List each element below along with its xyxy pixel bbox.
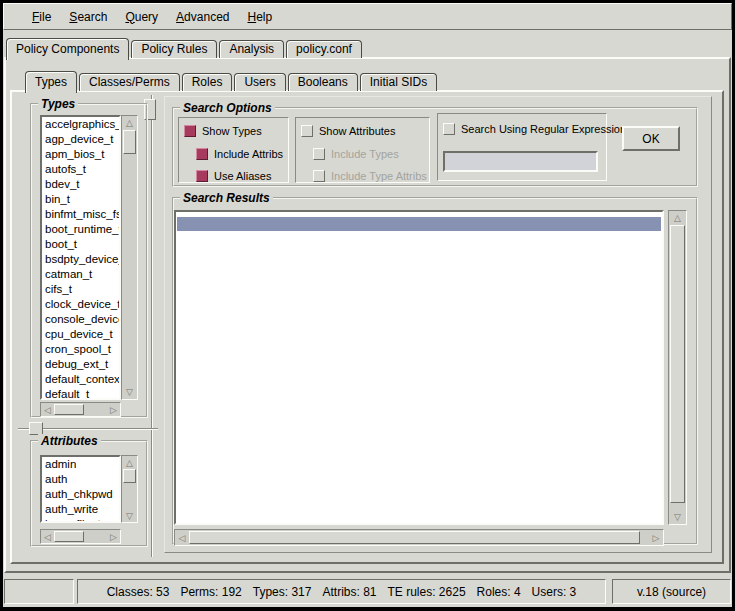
type-list-item[interactable]: default_t bbox=[42, 387, 119, 400]
attributes-hscrollbar[interactable]: ◁ ▷ bbox=[40, 529, 121, 544]
stat-te-rules: TE rules: 2625 bbox=[388, 585, 466, 599]
tab-policy-rules[interactable]: Policy Rules bbox=[131, 40, 217, 58]
checkbox-indicator bbox=[301, 125, 313, 137]
type-list-item[interactable]: cron_spool_t bbox=[42, 342, 119, 357]
stat-types: Types: 317 bbox=[253, 585, 312, 599]
checkbox-label: Use Aliases bbox=[214, 170, 271, 182]
menu-file[interactable]: File bbox=[23, 8, 60, 26]
types-hscrollbar[interactable]: ◁ ▷ bbox=[40, 402, 121, 417]
tab-analysis[interactable]: Analysis bbox=[219, 40, 284, 58]
scroll-thumb[interactable] bbox=[54, 531, 84, 542]
type-list-item[interactable]: boot_t bbox=[42, 237, 119, 252]
scroll-down-icon[interactable]: ▽ bbox=[669, 510, 686, 524]
tab-policy-conf[interactable]: policy.conf bbox=[286, 40, 362, 58]
vertical-pane-divider bbox=[151, 95, 153, 557]
include-attribs-checkbox[interactable]: Include Attribs bbox=[196, 147, 283, 161]
menu-advanced[interactable]: Advanced bbox=[167, 8, 238, 26]
scroll-trough[interactable] bbox=[84, 403, 107, 416]
scroll-up-icon[interactable]: △ bbox=[122, 456, 137, 469]
stat-attribs: Attribs: 81 bbox=[322, 585, 376, 599]
attribute-list-item[interactable]: auth_write bbox=[42, 502, 119, 517]
menu-bar: File Search Query Advanced Help bbox=[3, 3, 732, 30]
type-list-item[interactable]: autofs_t bbox=[42, 162, 119, 177]
regex-checkbox[interactable]: Search Using Regular Expression bbox=[443, 122, 626, 136]
status-left-panel bbox=[4, 579, 74, 604]
stat-roles: Roles: 4 bbox=[477, 585, 521, 599]
type-list-item[interactable]: debug_ext_t bbox=[42, 357, 119, 372]
attribute-list-item[interactable]: auth bbox=[42, 472, 119, 487]
tab-initial-sids[interactable]: Initial SIDs bbox=[360, 73, 437, 91]
scroll-thumb[interactable] bbox=[123, 130, 136, 154]
checkbox-label: Show Attributes bbox=[319, 125, 395, 137]
show-types-checkbox[interactable]: Show Types bbox=[184, 124, 262, 138]
type-list-item[interactable]: bsdpty_device_ bbox=[42, 252, 119, 267]
checkbox-label: Include Types bbox=[331, 148, 399, 160]
tab-policy-components[interactable]: Policy Components bbox=[6, 38, 129, 60]
scroll-right-icon[interactable]: ▷ bbox=[107, 530, 120, 543]
checkbox-indicator bbox=[196, 170, 208, 182]
attributes-vscrollbar[interactable]: △ ▽ bbox=[121, 455, 138, 523]
menu-query[interactable]: Query bbox=[116, 8, 167, 26]
ok-button[interactable]: OK bbox=[622, 126, 680, 151]
type-list-item[interactable]: clock_device_t bbox=[42, 297, 119, 312]
scroll-right-icon[interactable]: ▷ bbox=[649, 530, 663, 545]
scroll-thumb[interactable] bbox=[54, 404, 84, 415]
scroll-trough[interactable] bbox=[84, 530, 107, 543]
scroll-trough[interactable] bbox=[122, 483, 137, 509]
tab-roles[interactable]: Roles bbox=[182, 73, 233, 91]
attribute-list-item[interactable]: base_file_type bbox=[42, 517, 119, 523]
type-list-item[interactable]: binfmt_misc_fs bbox=[42, 207, 119, 222]
types-panel-title: Types bbox=[38, 97, 78, 111]
include-types-checkbox: Include Types bbox=[313, 147, 399, 161]
scroll-down-icon[interactable]: ▽ bbox=[122, 509, 137, 522]
results-hscrollbar[interactable]: ◁ ▷ bbox=[174, 529, 664, 546]
scroll-trough[interactable] bbox=[122, 154, 137, 385]
type-list-item[interactable]: bin_t bbox=[42, 192, 119, 207]
type-list-item[interactable]: cifs_t bbox=[42, 282, 119, 297]
scroll-left-icon[interactable]: ◁ bbox=[175, 530, 189, 545]
types-vscrollbar[interactable]: △ ▽ bbox=[121, 115, 138, 400]
search-results-textarea[interactable] bbox=[174, 210, 664, 525]
tab-users[interactable]: Users bbox=[234, 73, 285, 91]
show-attributes-checkbox[interactable]: Show Attributes bbox=[301, 124, 395, 138]
types-listbox[interactable]: accelgraphics_eagp_device_tapm_bios_taut… bbox=[40, 115, 121, 400]
type-list-item[interactable]: accelgraphics_e bbox=[42, 117, 119, 132]
checkbox-label: Include Attribs bbox=[214, 148, 283, 160]
type-list-item[interactable]: default_context bbox=[42, 372, 119, 387]
checkbox-indicator bbox=[313, 148, 325, 160]
scroll-left-icon[interactable]: ◁ bbox=[41, 403, 54, 416]
use-aliases-checkbox[interactable]: Use Aliases bbox=[196, 169, 271, 183]
scroll-trough[interactable] bbox=[669, 503, 686, 510]
attribute-list-item[interactable]: auth_chkpwd bbox=[42, 487, 119, 502]
type-list-item[interactable]: console_device bbox=[42, 312, 119, 327]
checkbox-label: Search Using Regular Expression bbox=[461, 123, 626, 135]
results-vscrollbar[interactable]: △ ▽ bbox=[668, 210, 687, 525]
attributes-listbox[interactable]: adminauthauth_chkpwdauth_writebase_file_… bbox=[40, 455, 121, 523]
type-list-item[interactable]: catman_t bbox=[42, 267, 119, 282]
scroll-thumb[interactable] bbox=[189, 531, 640, 544]
scroll-left-icon[interactable]: ◁ bbox=[41, 530, 54, 543]
tab-booleans[interactable]: Booleans bbox=[288, 73, 358, 91]
tab-types[interactable]: Types bbox=[25, 71, 77, 93]
type-list-item[interactable]: cpu_device_t bbox=[42, 327, 119, 342]
type-list-item[interactable]: boot_runtime_t bbox=[42, 222, 119, 237]
menu-help[interactable]: Help bbox=[238, 8, 281, 26]
scroll-down-icon[interactable]: ▽ bbox=[122, 385, 137, 399]
menu-search[interactable]: Search bbox=[60, 8, 116, 26]
ok-button-label: OK bbox=[642, 132, 659, 146]
stat-classes: Classes: 53 bbox=[107, 585, 170, 599]
include-type-attribs-checkbox: Include Type Attribs bbox=[313, 169, 427, 183]
scroll-thumb[interactable] bbox=[123, 469, 136, 483]
scroll-thumb[interactable] bbox=[670, 225, 685, 503]
regex-input[interactable] bbox=[443, 151, 598, 172]
type-list-item[interactable]: apm_bios_t bbox=[42, 147, 119, 162]
scroll-up-icon[interactable]: △ bbox=[122, 116, 137, 130]
type-list-item[interactable]: bdev_t bbox=[42, 177, 119, 192]
scroll-up-icon[interactable]: △ bbox=[669, 211, 686, 225]
attribute-list-item[interactable]: admin bbox=[42, 457, 119, 472]
scroll-trough[interactable] bbox=[640, 530, 649, 545]
type-list-item[interactable]: agp_device_t bbox=[42, 132, 119, 147]
tab-classes-perms[interactable]: Classes/Perms bbox=[79, 73, 180, 91]
scroll-right-icon[interactable]: ▷ bbox=[107, 403, 120, 416]
results-selection-bar bbox=[177, 217, 661, 231]
